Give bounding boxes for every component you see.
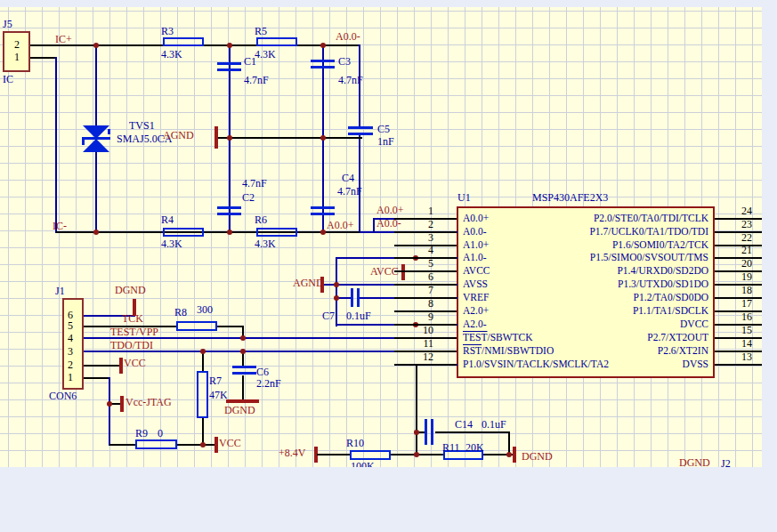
j1-pin1-num[interactable]: 1	[68, 372, 73, 383]
r6-body[interactable]	[256, 228, 297, 237]
r10-val[interactable]: 100K	[351, 461, 375, 467]
r4-ref[interactable]: R4	[161, 214, 174, 226]
j1-type[interactable]: CON6	[49, 391, 77, 402]
net-a00-minus-top[interactable]: A0.0-	[336, 31, 360, 43]
r3-ref[interactable]: R3	[161, 26, 174, 37]
c1-val[interactable]: 4.7nF	[244, 75, 269, 86]
port-agnd-2-label[interactable]: AGND	[293, 278, 324, 289]
j1-pin5-num[interactable]: 5	[68, 320, 73, 332]
u1-ref[interactable]: U1	[457, 192, 471, 204]
port-vcc-1-label[interactable]: VCC	[124, 358, 146, 369]
c5-capacitor[interactable]	[348, 126, 373, 129]
j5-pin2-num[interactable]: 2	[14, 39, 20, 51]
r6-val[interactable]: 4.3K	[255, 238, 276, 250]
net-a00-plus-rail[interactable]: A0.0+	[327, 220, 353, 231]
j5-type[interactable]: IC	[3, 74, 13, 85]
wire[interactable]	[83, 377, 109, 379]
c6-ref[interactable]: C6	[256, 367, 269, 378]
r6-ref[interactable]: R6	[255, 214, 267, 226]
port-vcc-jtag-label[interactable]: Vcc-JTAG	[125, 397, 172, 408]
r5-ref[interactable]: R5	[255, 26, 267, 37]
j1-pin3-num[interactable]: 3	[68, 346, 73, 358]
r9-val[interactable]: 0	[158, 428, 163, 439]
c3-val[interactable]: 4.7nF	[338, 75, 363, 86]
r10-body[interactable]	[350, 450, 391, 460]
j1-connector[interactable]	[62, 298, 84, 390]
port-vcc-2-label[interactable]: VCC	[219, 438, 241, 449]
r8-ref[interactable]: R8	[174, 307, 187, 318]
wire[interactable]	[119, 358, 123, 374]
port-dgnd-2-label[interactable]: DGND	[224, 405, 255, 416]
j2-ref[interactable]: J2	[721, 458, 731, 467]
c14-val[interactable]: 0.1uF	[482, 419, 506, 431]
port-84v-label[interactable]: +8.4V	[279, 447, 305, 459]
net-a00-plus-pin[interactable]: A0.0+	[376, 205, 403, 216]
r7-body[interactable]	[197, 371, 208, 418]
j1-pin4-num[interactable]: 4	[68, 333, 73, 344]
u1-pin-13-stub[interactable]	[715, 364, 762, 366]
wire[interactable]	[317, 454, 350, 455]
wire[interactable]	[216, 326, 243, 327]
r3-body[interactable]	[163, 37, 204, 46]
c7-capacitor[interactable]	[357, 288, 360, 307]
wire[interactable]	[120, 396, 124, 412]
wire[interactable]	[214, 437, 218, 453]
c7-capacitor[interactable]	[351, 288, 353, 307]
net-test-vpp[interactable]: TEST/VPP	[110, 326, 158, 338]
tvs1-ref[interactable]: TVS1	[129, 120, 155, 132]
wire[interactable]	[218, 137, 362, 139]
wire[interactable]	[401, 264, 405, 280]
wire[interactable]	[416, 365, 417, 455]
c5-ref[interactable]: C5	[377, 124, 390, 135]
r7-ref[interactable]: R7	[209, 375, 222, 387]
c3-capacitor[interactable]	[311, 66, 335, 69]
c3-capacitor[interactable]	[311, 60, 335, 62]
wire[interactable]	[336, 257, 337, 326]
c6-capacitor[interactable]	[232, 366, 256, 368]
port-dgnd-3-label[interactable]: DGND	[522, 451, 553, 463]
u1-pin-12-stub[interactable]	[394, 364, 457, 366]
wire[interactable]	[109, 377, 110, 446]
r4-body[interactable]	[163, 228, 204, 237]
c5-capacitor[interactable]	[348, 133, 373, 135]
wire[interactable]	[95, 44, 97, 233]
c3-ref[interactable]: C3	[338, 56, 351, 68]
c2-capacitor[interactable]	[217, 213, 241, 215]
c6-capacitor[interactable]	[232, 372, 256, 375]
wire[interactable]	[83, 365, 121, 367]
r11-val[interactable]: 20K	[465, 442, 484, 454]
net-ic-minus[interactable]: IC-	[53, 221, 67, 232]
r7-val[interactable]: 47K	[209, 390, 228, 401]
wire[interactable]	[242, 375, 244, 401]
wire[interactable]	[55, 57, 57, 233]
c5-val[interactable]: 1nF	[377, 136, 394, 148]
c4-val[interactable]: 4.7nF	[337, 186, 362, 197]
c14-capacitor[interactable]	[431, 419, 433, 445]
c2-val[interactable]: 4.7nF	[242, 178, 267, 189]
net-tdo-tdi[interactable]: TDO/TDI	[110, 340, 153, 351]
port-dgnd-4-label[interactable]: DGND	[679, 457, 710, 467]
c6-val[interactable]: 2.2nF	[256, 378, 281, 390]
r8-body[interactable]	[176, 321, 217, 331]
r8-val[interactable]: 300	[197, 304, 213, 316]
r4-val[interactable]: 4.3K	[161, 238, 182, 250]
wire[interactable]	[176, 444, 216, 446]
wire[interactable]	[359, 135, 360, 232]
port-agnd-1-label[interactable]: AGND	[163, 130, 194, 141]
c1-ref[interactable]: C1	[244, 56, 256, 68]
c14-ref[interactable]: C14	[455, 419, 473, 431]
j5-pin1-num[interactable]: 1	[14, 52, 20, 63]
c7-val[interactable]: 0.1uF	[346, 310, 371, 322]
r5-val[interactable]: 4.3K	[255, 49, 276, 60]
c7-ref[interactable]: C7	[322, 310, 335, 322]
wire[interactable]	[513, 447, 516, 463]
wire[interactable]	[56, 231, 374, 233]
port-dgnd-1-label[interactable]: DGND	[115, 285, 146, 296]
j1-ref[interactable]: J1	[55, 286, 65, 297]
wire[interactable]	[373, 218, 375, 232]
c1-capacitor[interactable]	[217, 62, 241, 65]
u1-part[interactable]: MSP430AFE2X3	[532, 192, 608, 204]
c4-ref[interactable]: C4	[342, 173, 354, 184]
r9-body[interactable]	[135, 439, 177, 449]
c4-capacitor[interactable]	[311, 206, 335, 209]
